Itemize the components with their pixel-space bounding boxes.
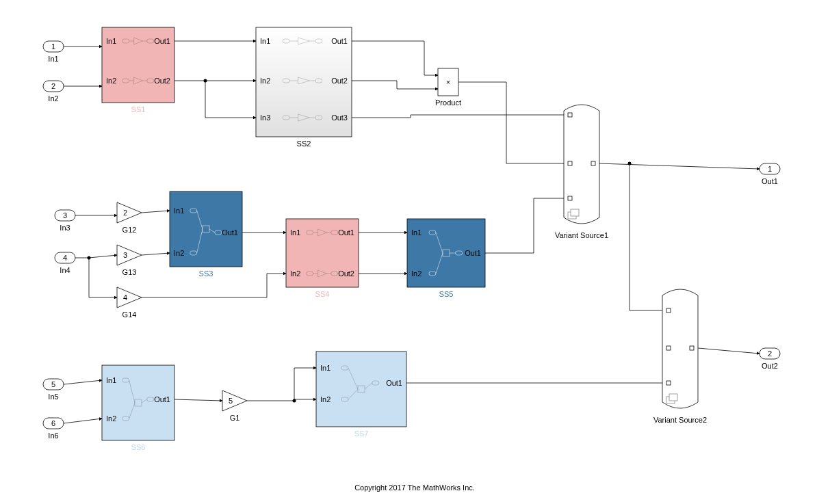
svg-text:Out1: Out1 xyxy=(465,249,481,257)
svg-marker-34 xyxy=(117,287,142,308)
svg-text:Product: Product xyxy=(435,98,461,107)
svg-text:4: 4 xyxy=(123,293,127,302)
subsystem-ss6[interactable]: In1In2Out1SS6 xyxy=(102,365,174,451)
svg-text:In2: In2 xyxy=(106,414,116,423)
svg-text:×: × xyxy=(446,78,450,86)
svg-text:In1: In1 xyxy=(106,376,116,384)
svg-marker-28 xyxy=(117,202,142,223)
svg-text:Out1: Out1 xyxy=(386,379,402,387)
svg-text:Variant Source1: Variant Source1 xyxy=(555,231,608,239)
svg-text:In2: In2 xyxy=(290,269,300,278)
svg-marker-31 xyxy=(117,245,142,265)
svg-text:In6: In6 xyxy=(48,432,58,440)
svg-marker-37 xyxy=(222,390,247,411)
svg-text:2: 2 xyxy=(51,82,55,90)
svg-text:Out1: Out1 xyxy=(331,37,348,45)
svg-text:Out1: Out1 xyxy=(154,395,170,403)
svg-rect-148 xyxy=(568,196,572,200)
svg-text:4: 4 xyxy=(63,254,67,262)
subsystem-ss7[interactable]: In1In2Out1SS7 xyxy=(316,352,406,438)
svg-text:2: 2 xyxy=(123,209,127,217)
svg-rect-149 xyxy=(591,161,595,165)
svg-text:6: 6 xyxy=(51,419,55,427)
variant-source1[interactable]: Variant Source1 xyxy=(555,105,608,239)
simulink-diagram: 1In12In23In34In45In56In61Out12Out22G123G… xyxy=(0,0,830,504)
svg-text:Variant Source2: Variant Source2 xyxy=(653,416,707,424)
svg-rect-156 xyxy=(690,346,694,350)
svg-text:3: 3 xyxy=(63,211,67,220)
svg-text:SS1: SS1 xyxy=(131,105,146,114)
subsystem-ss5[interactable]: In1In2Out1SS5 xyxy=(407,219,485,298)
svg-text:In4: In4 xyxy=(60,266,70,274)
svg-text:Out1: Out1 xyxy=(338,228,354,237)
inport-in4[interactable]: 4In4 xyxy=(55,252,75,274)
svg-text:Out2: Out2 xyxy=(338,269,354,278)
subsystem-ss3[interactable]: In1In2Out1SS3 xyxy=(170,191,242,278)
svg-text:SS3: SS3 xyxy=(199,269,213,278)
svg-text:In1: In1 xyxy=(320,364,330,372)
svg-text:1: 1 xyxy=(768,165,772,173)
svg-text:Out1: Out1 xyxy=(762,177,778,185)
svg-text:In2: In2 xyxy=(174,249,184,257)
gain-g12[interactable]: 2G12 xyxy=(117,202,142,234)
svg-text:SS6: SS6 xyxy=(131,443,146,451)
svg-text:Out2: Out2 xyxy=(154,77,170,85)
svg-text:G1: G1 xyxy=(230,414,240,422)
inport-in2[interactable]: 2In2 xyxy=(43,81,64,103)
svg-rect-155 xyxy=(666,381,671,385)
svg-text:SS4: SS4 xyxy=(315,290,330,298)
subsystem-ss4[interactable]: In1In2Out1Out2SS4 xyxy=(286,219,359,298)
svg-text:SS2: SS2 xyxy=(297,140,311,148)
svg-text:In1: In1 xyxy=(290,228,300,237)
outport-out2[interactable]: 2Out2 xyxy=(760,348,780,370)
svg-text:Out1: Out1 xyxy=(154,37,170,45)
svg-text:Out2: Out2 xyxy=(331,77,348,85)
svg-text:Out2: Out2 xyxy=(762,362,778,370)
svg-rect-153 xyxy=(666,308,671,313)
svg-text:G13: G13 xyxy=(122,268,137,276)
inport-in3[interactable]: 3In3 xyxy=(55,210,75,232)
svg-text:G14: G14 xyxy=(122,310,137,319)
svg-text:In2: In2 xyxy=(320,395,330,403)
svg-text:In1: In1 xyxy=(174,207,184,215)
svg-rect-147 xyxy=(568,161,572,165)
svg-text:In3: In3 xyxy=(60,224,70,232)
svg-text:SS5: SS5 xyxy=(439,290,454,298)
outport-out1[interactable]: 1Out1 xyxy=(760,163,780,185)
svg-text:3: 3 xyxy=(123,251,127,259)
svg-rect-151 xyxy=(571,209,579,216)
svg-text:Out1: Out1 xyxy=(222,228,238,237)
svg-text:In2: In2 xyxy=(411,269,422,278)
variant-source2[interactable]: Variant Source2 xyxy=(653,289,707,424)
svg-rect-158 xyxy=(669,394,677,401)
svg-text:In1: In1 xyxy=(106,37,116,45)
svg-text:SS7: SS7 xyxy=(354,429,369,438)
inport-in1[interactable]: 1In1 xyxy=(43,41,64,63)
svg-text:Out3: Out3 xyxy=(331,114,348,122)
svg-text:In2: In2 xyxy=(48,94,58,103)
svg-rect-154 xyxy=(666,346,671,350)
svg-text:G12: G12 xyxy=(122,226,137,234)
subsystem-ss2[interactable]: In1In2In3Out1Out2Out3SS2 xyxy=(256,27,352,148)
svg-text:2: 2 xyxy=(768,349,772,358)
gain-g13[interactable]: 3G13 xyxy=(117,245,142,276)
svg-text:In2: In2 xyxy=(106,77,116,85)
inport-in6[interactable]: 6In6 xyxy=(43,418,64,440)
svg-text:In3: In3 xyxy=(260,114,270,122)
svg-text:In1: In1 xyxy=(48,55,58,63)
gain-g1[interactable]: 5G1 xyxy=(222,390,247,422)
svg-text:1: 1 xyxy=(51,42,55,51)
gain-g14[interactable]: 4G14 xyxy=(117,287,142,319)
svg-text:5: 5 xyxy=(51,380,55,388)
svg-text:In1: In1 xyxy=(260,37,270,45)
svg-text:In2: In2 xyxy=(260,77,270,85)
svg-text:5: 5 xyxy=(229,397,233,405)
subsystem-ss1[interactable]: In1In2Out1Out2SS1 xyxy=(102,27,174,114)
product-block[interactable]: ×Product xyxy=(435,68,461,107)
svg-text:In5: In5 xyxy=(48,393,58,401)
copyright-text: Copyright 2017 The MathWorks Inc. xyxy=(354,483,475,492)
svg-text:In1: In1 xyxy=(411,228,422,237)
inport-in5[interactable]: 5In5 xyxy=(43,379,64,401)
svg-rect-146 xyxy=(568,113,572,117)
svg-rect-134 xyxy=(316,352,406,427)
